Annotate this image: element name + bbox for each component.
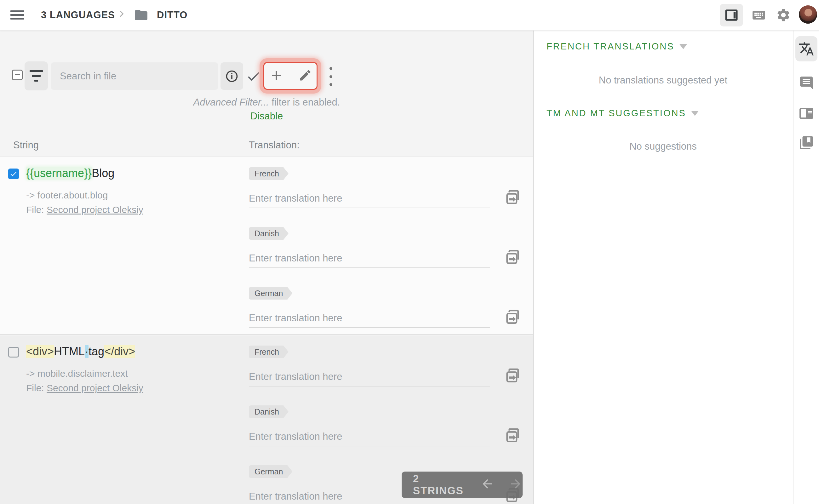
info-button[interactable] [221, 62, 243, 90]
language-chip: German [249, 287, 292, 300]
html-tag-token: </div> [104, 345, 135, 358]
translation-block: French [249, 167, 526, 218]
comments-tab-icon[interactable] [795, 70, 817, 95]
tutorial-highlight [260, 58, 321, 94]
translation-input[interactable] [249, 427, 490, 446]
next-page-arrow[interactable] [509, 477, 523, 493]
translations-tab-icon[interactable] [795, 36, 817, 61]
translation-input[interactable] [249, 368, 490, 387]
string-file: File: Second project Oleksiy [26, 383, 143, 393]
user-avatar[interactable] [799, 5, 817, 24]
strings-count: 2 STRINGS [413, 473, 466, 497]
string-column-header: String [13, 140, 39, 151]
disable-filter-link[interactable]: Disable [0, 111, 533, 122]
source-string[interactable]: {{username}}Blog [26, 167, 114, 180]
strings-count-bar: 2 STRINGS [402, 472, 523, 498]
reader-tab-icon[interactable] [795, 100, 817, 126]
keyboard-shortcuts-button[interactable] [747, 4, 770, 26]
language-chip: French [249, 346, 289, 358]
app-window: 3 LANGUAGES DITTO Advanced Filter... fil… [0, 0, 819, 504]
right-icon-rail [793, 30, 819, 504]
previous-page-arrow[interactable] [480, 477, 494, 493]
copy-translation-icon[interactable] [503, 189, 521, 208]
string-text: HTML [54, 345, 85, 358]
breadcrumb-current: DITTO [157, 9, 187, 21]
suggestions-panel: FRENCH TRANSLATIONS No translations sugg… [534, 30, 792, 504]
more-options-button[interactable] [327, 67, 335, 86]
translation-block: Danish [249, 405, 526, 456]
add-string-button[interactable] [269, 68, 284, 84]
string-text: tag [89, 345, 104, 358]
string-key: -> mobile.disclaimer.text [26, 368, 128, 379]
copy-translation-icon[interactable] [503, 427, 521, 446]
row-checkbox-checked[interactable] [8, 169, 19, 179]
filter-button[interactable] [25, 61, 48, 90]
translation-block: German [249, 287, 526, 337]
select-all-checkbox[interactable] [12, 70, 23, 80]
glossary-tab-icon[interactable] [795, 130, 817, 155]
collapse-triangle-icon [679, 44, 687, 49]
filter-notice: Advanced Filter... filter is enabled. [0, 97, 533, 108]
translation-block: Danish [249, 227, 526, 278]
top-bar: 3 LANGUAGES DITTO [0, 0, 819, 31]
section-header-translations[interactable]: FRENCH TRANSLATIONS [547, 41, 687, 52]
section-title: TM AND MT SUGGESTIONS [547, 108, 686, 118]
translation-block: French [249, 346, 526, 396]
language-chip: German [249, 465, 292, 478]
highlighted-space: · [85, 345, 89, 358]
file-link[interactable]: Second project Oleksiy [47, 383, 143, 393]
language-chip: French [249, 167, 289, 180]
empty-state-text: No suggestions [534, 141, 792, 152]
menu-icon[interactable] [10, 8, 24, 21]
translation-input[interactable] [249, 309, 490, 328]
copy-translation-icon[interactable] [503, 308, 521, 327]
translation-input[interactable] [249, 249, 490, 268]
string-text: Blog [92, 167, 114, 180]
file-link[interactable]: Second project Oleksiy [47, 204, 143, 215]
translations-column: French Danish German [249, 167, 526, 347]
html-tag-token: <div> [26, 345, 54, 358]
collapse-triangle-icon [691, 111, 699, 116]
copy-translation-icon[interactable] [503, 249, 521, 267]
file-label: File: [26, 383, 44, 393]
filter-notice-text: filter is enabled. [269, 97, 340, 108]
breadcrumb-root[interactable]: 3 LANGUAGES [41, 9, 115, 21]
section-title: FRENCH TRANSLATIONS [547, 41, 674, 52]
filter-name: Advanced Filter... [193, 97, 269, 108]
language-chip: Danish [249, 405, 289, 418]
section-header-tm-mt[interactable]: TM AND MT SUGGESTIONS [547, 108, 699, 118]
table-row: {{username}}Blog -> footer.about.blog Fi… [0, 157, 533, 335]
file-label: File: [26, 204, 44, 215]
empty-state-text: No translations suggested yet [534, 75, 792, 86]
row-checkbox-unchecked[interactable] [8, 347, 19, 358]
search-input[interactable] [51, 62, 218, 90]
edit-button[interactable] [298, 68, 312, 83]
settings-gear-button[interactable] [772, 4, 795, 26]
language-chip: Danish [249, 227, 289, 240]
table-header: String Translation: [0, 134, 533, 157]
string-key: -> footer.about.blog [26, 190, 108, 201]
string-file: File: Second project Oleksiy [26, 204, 143, 215]
folder-icon [134, 8, 149, 24]
side-panel-toggle-button[interactable] [720, 4, 743, 26]
variable-token: {{username}} [26, 167, 92, 180]
source-string[interactable]: <div>HTML·tag</div> [26, 345, 135, 358]
translation-input[interactable] [249, 189, 490, 208]
confirm-check-icon[interactable] [246, 68, 261, 85]
copy-translation-icon[interactable] [503, 367, 521, 386]
chevron-right-icon [115, 8, 128, 21]
translation-column-header: Translation: [249, 140, 300, 151]
strings-panel: Advanced Filter... filter is enabled. Di… [0, 30, 534, 504]
